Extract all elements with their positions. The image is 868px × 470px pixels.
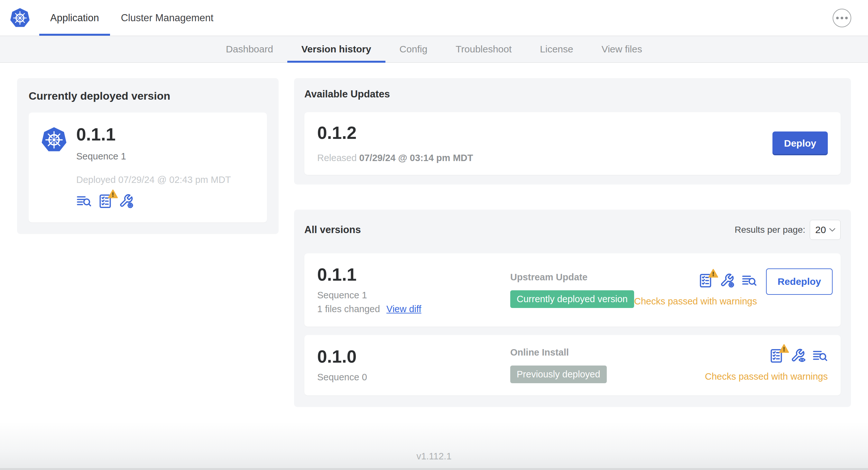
status-badge: Currently deployed version [510, 290, 634, 308]
current-version-sequence: Sequence 1 [76, 151, 231, 162]
top-nav-tabs: Application Cluster Management [39, 0, 224, 36]
config-icon[interactable] [720, 273, 735, 289]
redeploy-button[interactable]: Redeploy [766, 268, 833, 295]
main-content: Currently deployed version 0.1.1 Sequenc… [0, 63, 868, 422]
version-row: 0.1.0 Sequence 0 Online Install Previous… [304, 335, 841, 395]
row-sequence: Sequence 1 [317, 290, 510, 301]
available-update-card: 0.1.2 Released 07/29/24 @ 03:14 pm MDT D… [304, 112, 841, 175]
config-icon[interactable] [119, 194, 134, 209]
current-version-panel: Currently deployed version 0.1.1 Sequenc… [17, 78, 279, 234]
page-footer: v1.112.1 [0, 422, 868, 470]
ellipsis-icon [836, 17, 839, 19]
version-row: 0.1.1 Sequence 1 1 files changed View di… [304, 253, 841, 327]
preflight-checks-icon[interactable] [769, 348, 784, 364]
preflight-result-link[interactable]: Checks passed with warnings [705, 371, 828, 382]
kubernetes-logo-icon [10, 8, 30, 28]
row-sequence: Sequence 0 [317, 372, 510, 382]
tab-cluster-management[interactable]: Cluster Management [110, 0, 224, 36]
status-badge: Previously deployed [510, 366, 607, 383]
warning-icon [108, 189, 118, 199]
app-logo-icon [41, 127, 67, 153]
deploy-logs-icon[interactable] [812, 348, 828, 364]
row-source-label: Online Install [510, 347, 705, 358]
update-version-number: 0.1.2 [317, 124, 473, 142]
chevron-down-icon [829, 228, 836, 232]
console-version: v1.112.1 [416, 451, 452, 462]
preflight-checks-icon[interactable] [97, 194, 113, 209]
tab-application[interactable]: Application [39, 0, 110, 36]
current-version-card: 0.1.1 Sequence 1 Deployed 07/29/24 @ 02:… [29, 112, 267, 223]
subtab-dashboard[interactable]: Dashboard [212, 36, 287, 62]
more-menu-button[interactable] [833, 9, 851, 27]
window-bottom-edge [0, 468, 868, 470]
row-source-label: Upstream Update [510, 272, 634, 282]
app-subnav: Dashboard Version history Config Trouble… [0, 36, 868, 63]
row-version-number: 0.1.0 [317, 347, 510, 366]
subtab-troubleshoot[interactable]: Troubleshoot [441, 36, 526, 62]
available-updates-title: Available Updates [304, 89, 841, 100]
all-versions-title: All versions [304, 224, 361, 236]
preflight-checks-icon[interactable] [698, 273, 713, 289]
view-diff-link[interactable]: View diff [386, 304, 422, 314]
all-versions-panel: All versions Results per page: 20 0.1.1 … [294, 210, 851, 407]
tab-application-label: Application [50, 12, 99, 24]
active-subtab-underline [287, 61, 385, 63]
tab-cluster-management-label: Cluster Management [121, 12, 214, 24]
results-per-page-label: Results per page: [735, 225, 805, 235]
warning-icon [708, 268, 718, 278]
current-version-deployed-date: Deployed 07/29/24 @ 02:43 pm MDT [76, 174, 231, 185]
subtab-config[interactable]: Config [385, 36, 442, 62]
update-released-date: Released 07/29/24 @ 03:14 pm MDT [317, 153, 473, 163]
results-per-page-select[interactable]: 20 [810, 220, 841, 240]
warning-icon [779, 344, 789, 353]
subtab-license[interactable]: License [526, 36, 587, 62]
current-version-title: Currently deployed version [29, 90, 267, 102]
deploy-button[interactable]: Deploy [772, 132, 828, 155]
admin-console: Application Cluster Management Dashboard… [0, 0, 868, 470]
available-updates-panel: Available Updates 0.1.2 Released 07/29/2… [294, 78, 851, 184]
files-changed-label: 1 files changed [317, 304, 380, 314]
preflight-result-link[interactable]: Checks passed with warnings [634, 296, 757, 307]
subtab-view-files[interactable]: View files [587, 36, 656, 62]
deploy-logs-icon[interactable] [76, 194, 92, 209]
current-version-number: 0.1.1 [76, 125, 231, 144]
deploy-logs-icon[interactable] [742, 273, 757, 289]
row-version-number: 0.1.1 [317, 266, 510, 284]
top-header: Application Cluster Management [0, 0, 868, 36]
subtab-version-history[interactable]: Version history [287, 36, 385, 62]
active-tab-underline [39, 34, 110, 36]
config-view-icon[interactable] [790, 348, 806, 364]
